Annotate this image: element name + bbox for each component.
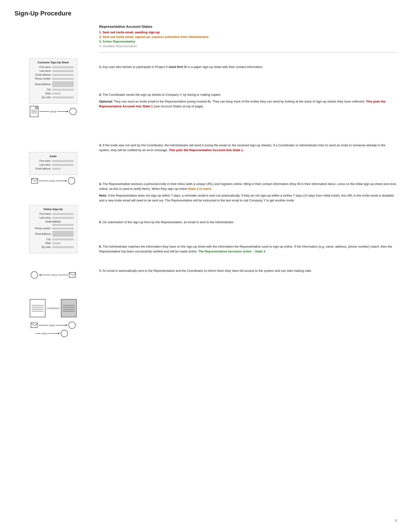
online-signup-form: Online Sign-Up First name Last name Emai… [29,205,77,253]
state-item-2: 2. Sent out invite email, signed up, req… [99,35,396,39]
account-states-box: Representative Account States 1. Sent ou… [99,24,396,52]
state-item-3: 3. Active Representative [99,40,396,43]
page-number: 3 [395,519,396,522]
diagram-step5: notice [15,271,92,282]
notice-arrow-2: notice [36,332,60,335]
step-4: 4. The Representative receives a persona… [99,182,396,203]
page-title: Sign-Up Procedure [15,10,396,17]
doc-gray [61,299,77,317]
content-column: Representative Account States 1. Sent ou… [92,24,396,343]
person-icon-1 [69,108,77,115]
sends-arrow: sends [39,110,68,113]
form-title-1: Customer Sign-Up Sheet [33,61,74,64]
state-item-4: 4. Disabled Representative [99,44,396,48]
email-center-label: Email address [33,220,74,223]
notice-arrow-1: notice [38,324,67,327]
step-3: 3. If the invite was not sent by the Coo… [99,143,396,152]
form-title-online: Online Sign-Up [33,208,74,211]
doc-white [30,299,46,317]
step-7: 7. An email is automatically sent to the… [99,268,396,273]
diagram-step6: comparison notic [15,299,92,341]
customer-signup-form: Customer Sign-Up Sheet First name Last n… [29,58,77,104]
state-item-1: 1. Sent out invite email, awaiting sign-… [99,30,396,34]
account-states-heading: Representative Account States [99,24,396,28]
diagram-step4: Online Sign-Up First name Last name Emai… [15,205,92,257]
person-icon-3 [68,177,75,184]
person-icon-7a [68,322,76,329]
invite-arrow: invite [39,180,67,182]
form-title-invite: Invite [33,155,74,158]
account-states-list: 1. Sent out invite email, awaiting sign-… [99,30,396,48]
step-5: 5. On submission of the sign-up form by … [99,220,396,225]
notice-arrow-left: notice [39,274,68,276]
step-1: 1. Any user who wishes to participate in… [99,65,396,69]
diagram-step3: Invite First name Last name Email addres… [15,152,92,188]
comparison-label: comparison [47,307,59,310]
person-icon-7b [61,330,68,337]
person-icon-5 [31,271,38,279]
step-6: 6. The Administrator matches the informa… [99,244,396,254]
diagrams-column: Customer Sign-Up Sheet First name Last n… [15,24,92,343]
diagram-step1: Customer Sign-Up Sheet First name Last n… [15,58,92,121]
invite-form: Invite First name Last name Email addres… [29,152,77,175]
step-2: 2. The Coordinator sends the sign-up she… [99,92,396,109]
